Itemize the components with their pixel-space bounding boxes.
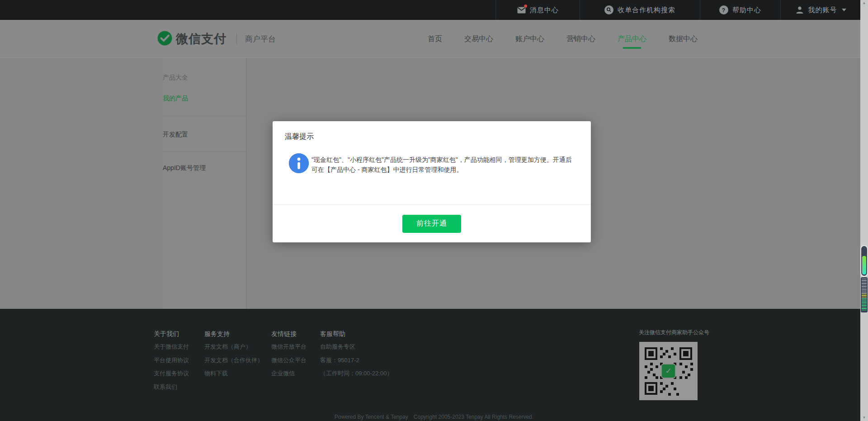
scrollbar-marker-gradient[interactable]: [861, 246, 867, 276]
merchant-platform-page: 消息中心 收单合作机构搜索 ? 帮助中心 我的账号: [0, 0, 868, 421]
stripe-block-green: [862, 298, 867, 310]
scroll-down-arrow-icon[interactable]: ▼: [860, 415, 868, 421]
page-scrollbar-track[interactable]: ▲ ▼: [860, 0, 868, 421]
stripe-block-yellow: [862, 294, 867, 298]
dialog-message-line2: 可在【产品中心 - 商家红包】中进行日常管理和使用。: [311, 165, 572, 175]
scroll-up-arrow-icon[interactable]: ▲: [860, 0, 868, 6]
dialog-title: 温馨提示: [273, 121, 591, 142]
dialog-footer: 前往开通: [273, 204, 591, 242]
go-activate-button[interactable]: 前往开通: [402, 215, 461, 233]
info-icon: [289, 153, 309, 173]
dialog-body: "现金红包"、"小程序红包"产品统一升级为"商家红包"，产品功能相同，管理更加方…: [289, 153, 578, 175]
notice-dialog: 温馨提示 "现金红包"、"小程序红包"产品统一升级为"商家红包"，产品功能相同，…: [273, 121, 591, 242]
gradient-fill: [862, 256, 866, 274]
dialog-message: "现金红包"、"小程序红包"产品统一升级为"商家红包"，产品功能相同，管理更加方…: [311, 153, 572, 175]
stripe-block-gray: [862, 279, 867, 294]
dialog-message-line1: "现金红包"、"小程序红包"产品统一升级为"商家红包"，产品功能相同，管理更加方…: [311, 155, 572, 165]
scrollbar-marker-striped[interactable]: [861, 277, 868, 312]
